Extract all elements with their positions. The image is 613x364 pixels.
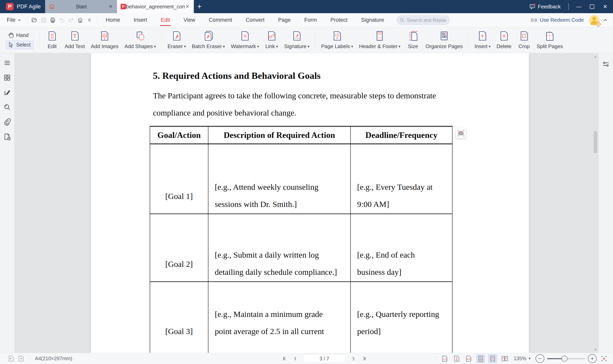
collapse-toolbar-icon[interactable] <box>85 15 94 25</box>
continuous-scroll-button[interactable] <box>476 354 485 363</box>
slider-thumb[interactable] <box>561 356 567 362</box>
tool-label: Batch Eraser <box>192 43 225 50</box>
scroll-down-icon[interactable]: ▼ <box>593 348 598 352</box>
minimize-button[interactable]: — <box>573 0 585 13</box>
previous-view-icon[interactable] <box>8 355 14 362</box>
app-logo-icon: P <box>6 3 13 10</box>
tool-edit[interactable]: Edit <box>42 29 62 51</box>
last-page-icon[interactable] <box>361 356 366 361</box>
tool-split-pages[interactable]: Split Pages <box>534 29 566 51</box>
print-button[interactable] <box>48 15 57 25</box>
edit-table-button[interactable] <box>456 128 466 138</box>
redeem-code-button[interactable]: Use Redeem Code <box>531 17 584 23</box>
deadline-cell: [e.g., Every Tuesday at 9:00 AM] <box>351 144 452 214</box>
document-viewport[interactable]: 5. Required Actions and Behavioral Goals… <box>14 53 599 353</box>
tool-organize-pages[interactable]: Organize Pages <box>423 29 466 51</box>
file-label: File <box>7 17 15 23</box>
fullscreen-button[interactable] <box>600 354 609 363</box>
home-view-button[interactable] <box>76 15 85 25</box>
select-tool-button[interactable]: Select <box>6 41 34 49</box>
scroll-up-icon[interactable]: ▲ <box>593 55 598 59</box>
vertical-scrollbar[interactable]: ▲ ▼ <box>593 53 598 353</box>
first-page-icon[interactable] <box>282 356 288 361</box>
zoom-level-dropdown[interactable]: 135% ▼ <box>514 356 531 361</box>
feedback-button[interactable]: Feedback <box>526 4 564 10</box>
fit-width-button[interactable] <box>464 354 473 363</box>
page-indicator-input[interactable] <box>303 354 346 363</box>
goal-cell: [Goal 2] <box>150 214 209 281</box>
tool-signature[interactable]: Signature <box>281 29 313 51</box>
single-page-button[interactable] <box>488 354 497 363</box>
toolbar-divider <box>469 32 469 49</box>
menu-item-page[interactable]: Page <box>276 13 292 27</box>
fit-height-button[interactable] <box>452 354 461 363</box>
tool-insert-page[interactable]: Insert <box>471 29 494 51</box>
menu-item-signature[interactable]: Signature <box>360 13 386 27</box>
tool-delete-page[interactable]: Delete <box>494 29 514 51</box>
tool-header-footer[interactable]: Header & Footer <box>356 29 404 51</box>
redo-button[interactable] <box>66 15 76 25</box>
scrollbar-thumb[interactable] <box>594 131 597 153</box>
open-file-button[interactable] <box>30 15 39 25</box>
tab-document[interactable]: P behavior_agreement_contr... ✕ <box>117 0 194 13</box>
titlebar-right: Feedback — ✕ <box>526 0 613 13</box>
file-history-icon[interactable] <box>3 133 11 141</box>
zoom-slider[interactable] <box>547 354 585 363</box>
maximize-button[interactable] <box>586 0 598 13</box>
close-window-button[interactable]: ✕ <box>600 0 611 13</box>
zoom-in-button[interactable]: + <box>588 354 597 363</box>
search-input[interactable] <box>406 17 446 23</box>
previous-page-icon[interactable] <box>293 356 298 361</box>
hand-tool-button[interactable]: Hand <box>6 31 34 39</box>
tool-eraser[interactable]: Eraser <box>165 29 189 51</box>
tool-add-text[interactable]: Add Text <box>62 29 88 51</box>
menu-item-home[interactable]: Home <box>104 13 122 27</box>
chevron-up-icon[interactable] <box>603 18 608 23</box>
annotation-pen-icon[interactable] <box>3 89 11 96</box>
menu-item-insert[interactable]: Insert <box>132 13 149 27</box>
search-sidebar-icon[interactable] <box>3 103 11 111</box>
file-menu[interactable]: File <box>0 17 25 23</box>
new-tab-button[interactable]: + <box>194 0 205 13</box>
tool-label: Size <box>408 43 418 50</box>
close-tab-icon[interactable]: ✕ <box>108 4 113 9</box>
header-footer-icon <box>374 30 385 41</box>
zoom-out-button[interactable]: − <box>535 354 544 363</box>
properties-sliders-icon[interactable] <box>602 60 610 68</box>
menu-item-convert[interactable]: Convert <box>244 13 266 27</box>
insert-page-icon <box>477 30 488 41</box>
attachments-icon[interactable] <box>3 118 11 126</box>
tool-size[interactable]: Size <box>404 29 423 51</box>
tool-label: Edit <box>48 43 57 50</box>
tool-link[interactable]: Link <box>262 29 281 51</box>
deadline-cell: [e.g., End of each business day] <box>351 214 452 281</box>
tool-crop[interactable]: Crop <box>515 29 534 51</box>
next-view-icon[interactable] <box>18 355 24 362</box>
tab-start[interactable]: Start ✕ <box>45 0 117 13</box>
next-page-icon[interactable] <box>351 356 356 361</box>
search-bar[interactable] <box>396 15 450 25</box>
menu-hamburger-icon[interactable] <box>3 59 11 67</box>
save-button[interactable] <box>39 15 48 25</box>
tool-batch-eraser[interactable]: Batch Eraser <box>189 29 228 51</box>
feedback-label: Feedback <box>538 4 561 10</box>
close-tab-icon[interactable]: ✕ <box>185 4 190 9</box>
tool-add-shapes[interactable]: Add Shapes <box>122 29 159 51</box>
table-row: [Goal 1] [e.g., Attend weekly counseling… <box>150 144 452 214</box>
page-thumbnails-icon[interactable] <box>3 74 11 81</box>
menu-item-protect[interactable]: Protect <box>329 13 349 27</box>
statusbar-divider <box>29 355 30 362</box>
two-page-view-button[interactable] <box>500 354 509 363</box>
menu-item-comment[interactable]: Comment <box>207 13 234 27</box>
header-goal-action: Goal/Action <box>150 127 209 143</box>
svg-text:1:1: 1:1 <box>443 358 447 360</box>
menu-item-edit[interactable]: Edit <box>159 13 172 27</box>
tool-add-images[interactable]: Add Images <box>88 29 122 51</box>
undo-button[interactable] <box>57 15 66 25</box>
menu-item-view[interactable]: View <box>182 13 197 27</box>
menu-item-form[interactable]: Form <box>303 13 318 27</box>
tool-page-labels[interactable]: Page Labels <box>318 29 356 51</box>
tool-watermark[interactable]: Watermark <box>228 29 262 51</box>
user-avatar[interactable]: V <box>589 15 600 25</box>
actual-size-button[interactable]: 1:1 <box>440 354 449 363</box>
